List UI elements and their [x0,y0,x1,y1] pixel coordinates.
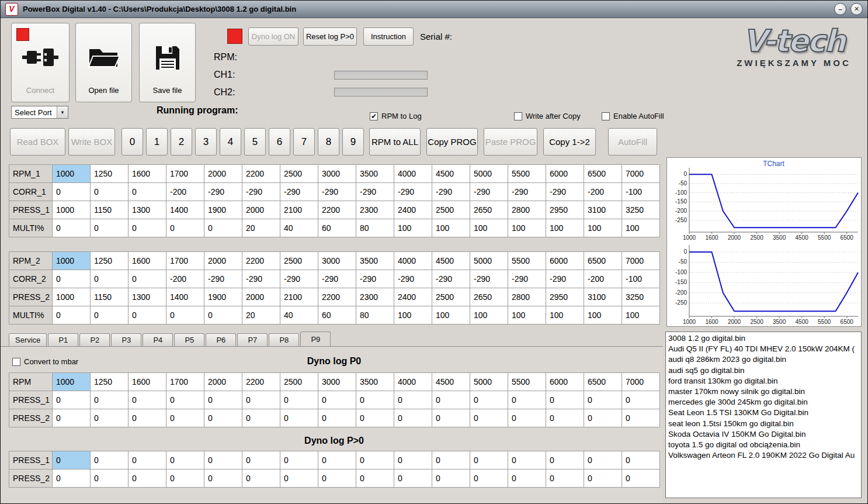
grid-cell[interactable]: 0 [129,219,166,237]
grid-cell[interactable]: 1600 [129,373,166,391]
grid-cell[interactable]: 2000 [204,252,242,270]
grid-cell[interactable]: 0 [53,183,91,201]
grid-cell[interactable]: 0 [546,451,584,470]
grid-cell[interactable]: 0 [546,391,584,409]
grid-cell[interactable]: 2200 [318,201,356,219]
tab-p2[interactable]: P2 [79,333,110,346]
grid-cell[interactable]: 0 [204,391,242,409]
grid-cell[interactable]: 0 [394,391,432,409]
grid-cell[interactable]: -290 [242,270,280,288]
grid-cell[interactable]: 1400 [166,288,204,306]
grid-cell[interactable]: 0 [470,470,508,488]
grid-cell[interactable]: 0 [584,470,622,488]
grid-cell[interactable]: 80 [356,219,394,237]
grid-cell[interactable]: 0 [166,470,204,488]
enable-autofill-checkbox[interactable]: Enable AutoFill [602,112,664,120]
grid-cell[interactable]: 0 [91,270,129,288]
grid-cell[interactable]: 0 [166,306,204,325]
grid-cell[interactable]: 1000 [53,252,91,270]
grid-cell[interactable]: 0 [508,409,546,427]
grid-cell[interactable]: 2200 [242,252,280,270]
grid-cell[interactable]: 1000 [53,201,91,219]
grid-cell[interactable]: 3500 [356,373,394,391]
grid-cell[interactable]: 0 [394,409,432,427]
grid-cell[interactable]: 7000 [622,165,660,183]
grid-cell[interactable]: 0 [394,451,432,470]
grid-cell[interactable]: 100 [394,306,432,325]
convert-to-mbar-checkbox[interactable]: Convert to mbar [12,357,78,366]
grid-cell[interactable]: 100 [470,219,508,237]
grid-cell[interactable]: 100 [470,306,508,325]
grid-cell[interactable]: 0 [91,451,129,470]
grid-cell[interactable]: -200 [166,270,204,288]
grid-cell[interactable]: 0 [129,391,166,409]
minimize-button[interactable]: – [834,3,846,15]
file-list-item[interactable]: master 170km nowy silnik go digital.bin [666,386,861,397]
grid-cell[interactable]: -290 [318,183,356,201]
grid-cell[interactable]: 2650 [470,288,508,306]
file-list-item[interactable]: Skoda Octavia IV 150KM Go Digital.bin [666,429,861,440]
grid-cell[interactable]: 2500 [280,252,318,270]
grid-cell[interactable]: 3500 [356,165,394,183]
grid-cell[interactable]: 0 [470,409,508,427]
rpm-to-all-button[interactable]: RPM to ALL [369,128,421,156]
copy-1-to-2-button[interactable]: Copy 1->2 [543,128,596,156]
grid-cell[interactable]: 0 [166,409,204,427]
dyno-log-on-button[interactable]: Dyno log ON [248,27,298,46]
grid-cell[interactable]: 1250 [91,373,129,391]
grid-cell[interactable]: 0 [356,391,394,409]
grid-cell[interactable]: 2500 [432,201,470,219]
copy-prog-button[interactable]: Copy PROG [426,128,478,156]
grid-cell[interactable]: 0 [546,470,584,488]
grid-cell[interactable]: 2200 [242,373,280,391]
grid-cell[interactable]: 0 [508,470,546,488]
grid-cell[interactable]: 0 [318,451,356,470]
grid-cell[interactable]: 0 [508,391,546,409]
grid-cell[interactable]: 0 [129,470,166,488]
grid-cell[interactable]: 2500 [432,288,470,306]
grid-cell[interactable]: -290 [394,270,432,288]
grid-cell[interactable]: 0 [356,470,394,488]
grid-cell[interactable]: 0 [129,451,166,470]
tab-p4[interactable]: P4 [143,333,173,346]
grid-cell[interactable]: 1600 [129,252,166,270]
grid-cell[interactable]: 6500 [584,373,622,391]
grid-cell[interactable]: -290 [508,270,546,288]
grid-cell[interactable]: -290 [242,183,280,201]
grid-cell[interactable]: 2400 [394,201,432,219]
grid-cell[interactable]: 0 [394,470,432,488]
grid-cell[interactable]: 0 [53,409,91,427]
file-list-item[interactable]: Audi Q5 II (FY FL) 40 TDI MHEV 2.0 150kW… [666,344,861,354]
grid-cell[interactable]: 0 [53,470,91,488]
grid-cell[interactable]: 3250 [622,201,660,219]
grid-cell[interactable]: 0 [53,270,91,288]
grid-cell[interactable]: 3250 [622,288,660,306]
grid-cell[interactable]: 0 [53,451,91,470]
grid-cell[interactable]: -290 [432,183,470,201]
grid-cell[interactable]: 2800 [508,288,546,306]
close-button[interactable]: ✕ [850,3,863,15]
grid-cell[interactable]: 0 [318,409,356,427]
tab-p5[interactable]: P5 [174,333,204,346]
grid-cell[interactable]: 40 [280,306,318,325]
grid-cell[interactable]: 0 [204,409,242,427]
grid-cell[interactable]: 2950 [546,288,584,306]
grid-cell[interactable]: 6500 [584,252,622,270]
grid-cell[interactable]: 3100 [584,288,622,306]
grid-cell[interactable]: 1300 [129,201,166,219]
grid-cell[interactable]: 0 [204,306,242,325]
grid-cell[interactable]: -290 [356,270,394,288]
grid-cell[interactable]: 60 [318,306,356,325]
grid-cell[interactable]: 100 [546,219,584,237]
grid-cell[interactable]: 0 [280,470,318,488]
write-box-button[interactable]: Write BOX [68,128,115,156]
grid-cell[interactable]: -290 [394,183,432,201]
grid-cell[interactable]: 1900 [204,288,242,306]
grid-cell[interactable]: 4500 [432,252,470,270]
grid-cell[interactable]: 2200 [318,288,356,306]
grid-cell[interactable]: -290 [280,183,318,201]
grid-cell[interactable]: 1150 [91,201,129,219]
grid-cell[interactable]: 2200 [242,165,280,183]
grid-cell[interactable]: 0 [318,470,356,488]
grid-cell[interactable]: 0 [91,470,129,488]
